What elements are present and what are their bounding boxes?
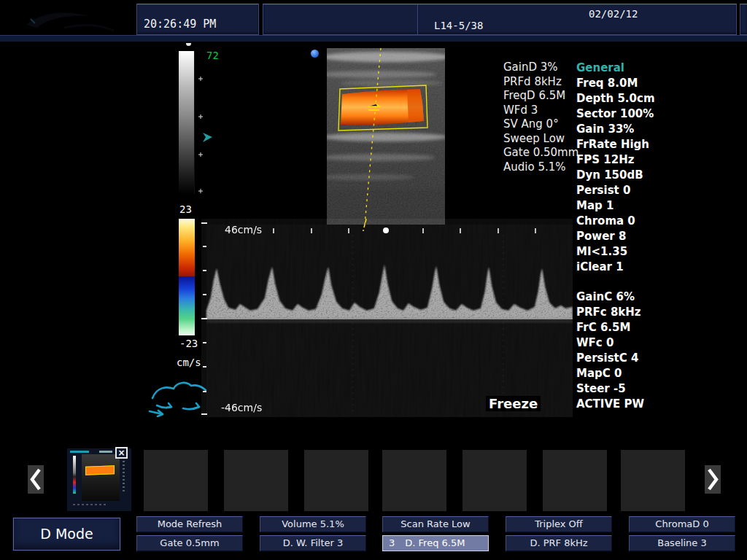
param-line: GainC 6% (576, 289, 644, 305)
softkey-index: 3 (389, 537, 395, 548)
param-line: FreqD 6.5M (503, 89, 578, 104)
velocity-max-label: 46cm/s (225, 224, 262, 236)
param-line: ACTIVE PW (576, 397, 644, 412)
grayscale-bar (179, 51, 195, 194)
grayscale-ticks (196, 51, 205, 197)
param-line: PersistC 4 (576, 351, 644, 366)
softkey-mode-refresh[interactable]: Mode Refresh (136, 516, 243, 532)
color-scale-min: -23 (179, 338, 198, 349)
focus-marker-icon (311, 50, 319, 58)
softkey-scan-rate[interactable]: Scan Rate Low (382, 516, 489, 532)
b-parameter-list: General Freq 8.0M Depth 5.0cm Sector 100… (576, 61, 655, 275)
param-line: WFc 0 (576, 335, 644, 351)
param-line: Freq 8.0M (576, 76, 655, 91)
softkey-wall-filter[interactable]: D. W. Filter 3 (260, 535, 366, 551)
velocity-min-label: -46cm/s (221, 402, 262, 413)
color-scale-unit: cm/s (177, 357, 201, 368)
param-line: Gate 0.50mm (503, 146, 578, 160)
softkey-d-freq[interactable]: 3D. Freq 6.5M (382, 535, 489, 551)
param-line: FrC 6.5M (576, 320, 644, 335)
patient-info-box (263, 4, 421, 35)
b-mode-image[interactable] (327, 48, 445, 225)
freeze-status-badge: Freeze (486, 396, 541, 411)
param-line: Steer -5 (576, 381, 644, 397)
gray-map-marker (186, 43, 191, 46)
softkey-label: D. Freq 6.5M (405, 537, 465, 548)
color-doppler-bar (179, 219, 195, 335)
param-line: FrRate High (576, 137, 655, 152)
param-line: Power 8 (576, 229, 655, 244)
param-line: GainD 3% (503, 61, 578, 75)
thumbnail-prev-button[interactable] (28, 465, 44, 494)
softkey-baseline[interactable]: Baseline 3 (629, 535, 735, 551)
param-line: Sweep Low (503, 132, 578, 147)
spectral-display[interactable] (201, 219, 573, 417)
close-icon[interactable]: × (115, 447, 128, 459)
param-line: WFd 3 (503, 104, 578, 118)
thumbnail-slot[interactable] (224, 450, 288, 511)
tgc-pointer-icon (202, 132, 214, 143)
thumbnail-next-button[interactable] (705, 465, 721, 494)
velocity-scale-ticks (201, 223, 207, 414)
param-line: Depth 5.0cm (576, 91, 655, 106)
param-line: FPS 12Hz (576, 152, 655, 168)
gray-map-value: 72 (206, 50, 219, 61)
doppler-parameter-list: GainD 3% PRFd 8kHz FreqD 6.5M WFd 3 SV A… (503, 61, 578, 174)
param-line: PRFd 8kHz (503, 75, 578, 90)
thumbnail-slot[interactable] (382, 450, 446, 511)
param-line: Persist 0 (576, 183, 655, 198)
topbar-stub (740, 4, 747, 35)
mode-button[interactable]: D Mode (13, 518, 120, 551)
softkey-triplex[interactable]: Triplex Off (506, 516, 612, 532)
clock-text: 20:26:49 PM (144, 18, 216, 31)
param-line: PRFc 8kHz (576, 305, 644, 320)
brand-logo (20, 6, 130, 36)
clock-box: 20:26:49 PM (136, 4, 259, 35)
topbar-base (0, 35, 747, 42)
ultrasound-screen: 20:26:49 PM L14-5/38 02/02/12 72 23 -23 … (0, 0, 747, 560)
param-line: iClear 1 (576, 260, 655, 275)
softkey-gate[interactable]: Gate 0.5mm (136, 535, 243, 551)
sweep-position-marker (383, 228, 389, 233)
c-parameter-list: GainC 6% PRFc 8kHz FrC 6.5M WFc 0 Persis… (576, 289, 644, 412)
param-line: Chroma 0 (576, 214, 655, 229)
color-scale-max: 23 (179, 203, 192, 215)
thumbnail-slot[interactable] (304, 450, 368, 511)
preset-label: General (576, 61, 655, 76)
chevron-right-icon (705, 465, 721, 494)
param-line: Map 1 (576, 198, 655, 214)
softkey-volume[interactable]: Volume 5.1% (260, 516, 366, 532)
exam-info-box: L14-5/38 02/02/12 (417, 4, 737, 35)
probe-label: L14-5/38 (434, 20, 483, 31)
chevron-left-icon (28, 465, 44, 494)
param-line: Dyn 150dB (576, 168, 655, 183)
date-label: 02/02/12 (589, 8, 638, 20)
param-line: SV Ang 0° (503, 117, 578, 132)
param-line: MI<1.35 (576, 244, 655, 260)
param-line: Gain 33% (576, 122, 655, 137)
thumbnail-slot[interactable] (144, 450, 208, 511)
thumbnail-slot[interactable] (621, 450, 685, 511)
softkey-d-prf[interactable]: D. PRF 8kHz (506, 535, 612, 551)
param-line: Sector 100% (576, 106, 655, 122)
thumbnail-slot[interactable] (543, 450, 607, 511)
param-line: Audio 5.1% (503, 160, 578, 175)
param-line: MapC 0 (576, 366, 644, 381)
softkey-chroma-d[interactable]: ChromaD 0 (629, 516, 735, 532)
thumbnail-slot[interactable] (462, 450, 527, 511)
